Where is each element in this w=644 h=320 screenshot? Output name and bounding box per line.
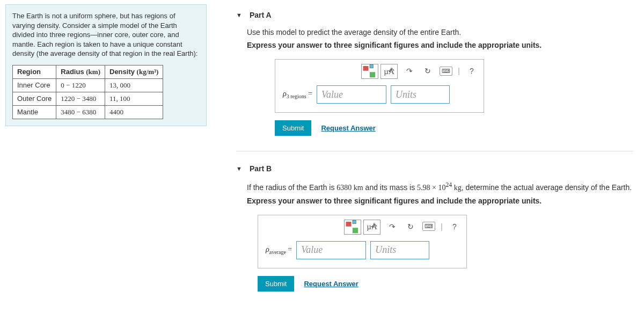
units-input-a[interactable]: Units: [391, 85, 450, 104]
part-a-instruction: Use this model to predict the average de…: [247, 28, 633, 37]
header-radius: Radius (km): [56, 65, 105, 78]
submit-button-a[interactable]: Submit: [275, 120, 311, 136]
part-b-instruction: If the radius of the Earth is 6380 km an…: [247, 181, 633, 192]
table-row: Outer Core 1220 − 3480 11, 100: [13, 92, 163, 105]
chevron-down-icon: ▼: [236, 12, 242, 18]
keyboard-button[interactable]: ⌨: [438, 64, 453, 78]
value-input-b[interactable]: Value: [296, 241, 366, 259]
svg-rect-4: [353, 220, 356, 223]
redo-button[interactable]: ↷: [385, 220, 400, 234]
problem-intro-text: The Earth is not a uniform sphere, but h…: [12, 11, 200, 59]
redo-button[interactable]: ↷: [402, 64, 417, 78]
header-region: Region: [13, 65, 56, 78]
var-label-b: ρaverage =: [266, 245, 292, 255]
templates-button[interactable]: [344, 220, 361, 235]
undo-button[interactable]: ↶: [384, 64, 399, 78]
svg-rect-5: [353, 228, 358, 233]
table-row: Inner Core 0 − 1220 13, 000: [13, 78, 163, 92]
problem-statement-box: The Earth is not a uniform sphere, but h…: [5, 4, 207, 126]
reset-button[interactable]: ↻: [403, 220, 418, 234]
part-b-title: Part B: [250, 164, 272, 173]
templates-icon: [345, 219, 361, 235]
keyboard-icon: ⌨: [422, 222, 435, 231]
answer-area-a: µÅ ↶ ↷ ↻ ⌨ | ? ρ3 regions = Value Units: [275, 59, 484, 113]
toolbar-b: µÅ ↶ ↷ ↻ ⌨ | ?: [258, 215, 466, 239]
submit-row-b: Submit Request Answer: [258, 276, 633, 292]
request-answer-link-b[interactable]: Request Answer: [304, 280, 358, 288]
density-table: Region Radius (km) Density (kg/m³) Inner…: [12, 65, 163, 119]
templates-icon: [362, 63, 378, 79]
var-label-a: ρ3 regions =: [283, 90, 312, 99]
undo-button[interactable]: ↶: [367, 220, 382, 234]
svg-rect-0: [363, 66, 369, 71]
part-a-body: Use this model to predict the average de…: [247, 28, 633, 136]
input-row-b: ρaverage = Value Units: [258, 239, 466, 268]
svg-rect-2: [370, 72, 375, 77]
svg-rect-1: [370, 65, 373, 68]
part-b-body: If the radius of the Earth is 6380 km an…: [247, 181, 633, 292]
help-button[interactable]: ?: [464, 64, 479, 78]
keyboard-button[interactable]: ⌨: [421, 220, 436, 234]
part-b-header[interactable]: ▼ Part B: [236, 164, 633, 173]
templates-button[interactable]: [361, 64, 378, 79]
svg-rect-3: [346, 222, 352, 227]
input-row-a: ρ3 regions = Value Units: [275, 83, 484, 112]
toolbar-a: µÅ ↶ ↷ ↻ ⌨ | ?: [275, 60, 484, 83]
part-b-instruction-bold: Express your answer to three significant…: [247, 197, 633, 205]
value-input-a[interactable]: Value: [317, 85, 386, 104]
keyboard-icon: ⌨: [440, 67, 452, 76]
submit-button-b[interactable]: Submit: [258, 276, 294, 292]
answer-area-b: µÅ ↶ ↷ ↻ ⌨ | ? ρaverage = Value Units: [258, 215, 467, 268]
parts-column: ▼ Part A Use this model to predict the a…: [225, 11, 633, 307]
chevron-down-icon: ▼: [236, 165, 242, 172]
request-answer-link-a[interactable]: Request Answer: [321, 124, 375, 132]
part-a-instruction-bold: Express your answer to three significant…: [247, 41, 633, 49]
part-a-header[interactable]: ▼ Part A: [236, 11, 633, 19]
units-input-b[interactable]: Units: [370, 241, 429, 259]
table-row: Mantle 3480 − 6380 4400: [13, 105, 163, 119]
submit-row-a: Submit Request Answer: [275, 120, 633, 136]
part-a-title: Part A: [250, 11, 272, 19]
reset-button[interactable]: ↻: [420, 64, 435, 78]
part-divider: [236, 151, 633, 151]
help-button[interactable]: ?: [447, 220, 462, 234]
header-density: Density (kg/m³): [105, 65, 163, 78]
